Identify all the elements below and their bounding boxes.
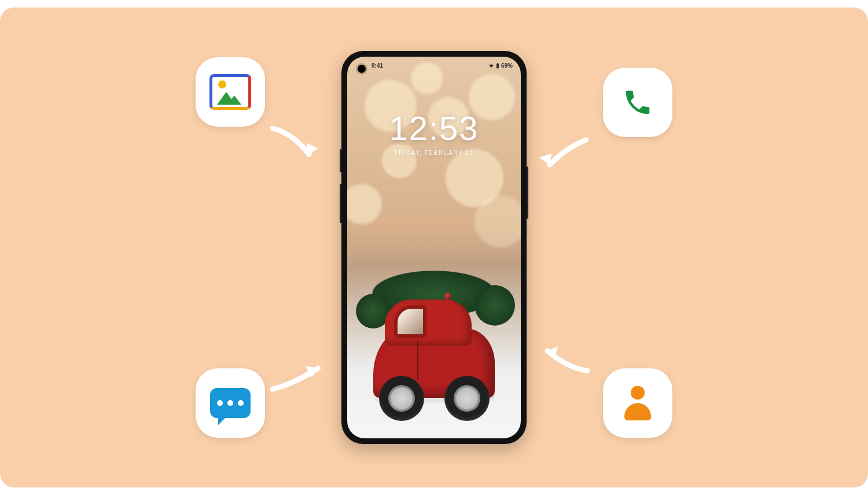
status-bar: 9:41 69% [347, 62, 521, 69]
phone-mockup: 9:41 69% 12:53 FRIDAY, FEBRUARY 17 [341, 51, 527, 444]
gallery-app-icon [196, 57, 265, 127]
status-time: 9:41 [372, 62, 383, 69]
phone-screen: 9:41 69% 12:53 FRIDAY, FEBRUARY 17 [347, 57, 521, 438]
arrow-icon [270, 360, 328, 395]
ornament [444, 293, 451, 300]
messages-icon [210, 388, 251, 418]
car-wheel [444, 376, 490, 421]
wallpaper-car-scene [347, 253, 521, 438]
arrow-icon [538, 343, 590, 378]
arrow-icon [538, 135, 590, 175]
wifi-icon [488, 63, 494, 69]
battery-percent: 69% [501, 62, 513, 69]
lock-screen-clock: 12:53 FRIDAY, FEBRUARY 17 [347, 109, 521, 156]
arrow-icon [267, 121, 319, 167]
gallery-icon [209, 74, 251, 110]
contacts-icon [621, 386, 654, 420]
svg-rect-1 [497, 63, 498, 64]
messages-app-icon [196, 368, 265, 438]
illustration-canvas: 9:41 69% 12:53 FRIDAY, FEBRUARY 17 [0, 8, 868, 487]
svg-rect-0 [496, 64, 499, 68]
phone-app-icon [603, 68, 672, 137]
lock-time: 12:53 [347, 109, 521, 147]
battery-icon [496, 63, 499, 69]
car-wheel [379, 376, 424, 421]
contacts-app-icon [603, 368, 672, 438]
phone-call-icon [622, 87, 653, 118]
lock-date: FRIDAY, FEBRUARY 17 [347, 150, 521, 156]
